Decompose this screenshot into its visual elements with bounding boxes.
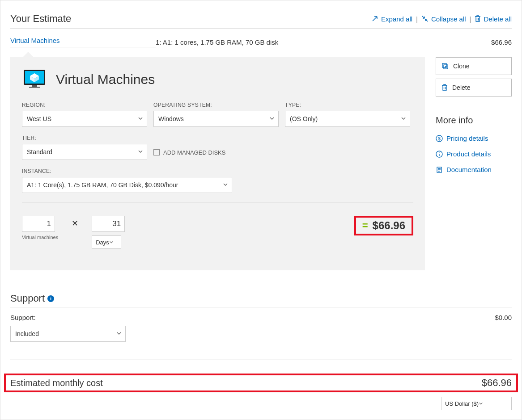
estimate-summary-row: Virtual Machines 1: A1: 1 cores, 1.75 GB…	[10, 29, 512, 52]
svg-rect-2	[32, 85, 37, 87]
type-label: TYPE:	[285, 102, 410, 108]
chevron-down-icon	[109, 239, 114, 246]
divider	[10, 360, 512, 360]
svg-text:$: $	[438, 136, 441, 141]
separator: |	[416, 15, 418, 23]
chevron-down-icon	[138, 148, 143, 155]
estimated-cost-row: Estimated monthly cost $66.96	[4, 374, 518, 392]
more-info-title: More info	[436, 115, 512, 126]
summary-price: $66.96	[491, 38, 512, 46]
dollar-icon: $	[436, 135, 443, 142]
clone-button[interactable]: Clone	[436, 57, 512, 75]
region-select[interactable]: West US	[22, 111, 147, 127]
expand-icon	[371, 15, 378, 22]
os-select[interactable]: Windows	[153, 111, 279, 127]
summary-description: 1: A1: 1 cores, 1.75 GB RAM, 70 GB disk	[156, 38, 491, 46]
card-title: Virtual Machines	[56, 72, 155, 87]
tier-select[interactable]: Standard	[22, 144, 147, 160]
support-price: $0.00	[495, 314, 512, 321]
document-icon	[436, 166, 443, 173]
collapse-all-link[interactable]: Collapse all	[421, 15, 466, 23]
type-select[interactable]: (OS Only)	[285, 111, 410, 127]
chevron-down-icon	[116, 330, 122, 337]
checkbox-icon	[153, 149, 160, 155]
header-actions: Expand all | Collapse all | Delete all	[371, 15, 512, 23]
estimated-cost-price: $66.96	[482, 377, 512, 389]
clone-icon	[441, 63, 449, 70]
vm-count-label: Virtual machines	[22, 235, 58, 240]
info-icon	[436, 151, 443, 158]
support-section-title: Support i	[10, 293, 512, 307]
instance-label: INSTANCE:	[22, 168, 232, 174]
chevron-down-icon	[223, 181, 228, 189]
currency-select[interactable]: US Dollar ($)	[441, 397, 512, 410]
summary-service-link[interactable]: Virtual Machines	[10, 37, 156, 47]
tier-label: TIER:	[22, 135, 147, 141]
product-details-link[interactable]: Product details	[436, 150, 512, 158]
separator: |	[470, 15, 471, 23]
result-box: = $66.96	[354, 216, 413, 235]
delete-button[interactable]: Delete	[436, 79, 512, 97]
vm-count-input[interactable]: 1	[22, 216, 55, 232]
chevron-down-icon	[401, 115, 406, 122]
os-label: OPERATING SYSTEM:	[153, 102, 279, 108]
instance-select[interactable]: A1: 1 Core(s), 1.75 GB RAM, 70 GB Disk, …	[22, 177, 232, 193]
support-label: Support:	[10, 314, 36, 321]
chevron-down-icon	[138, 115, 143, 122]
days-unit-select[interactable]: Days	[92, 235, 121, 249]
svg-point-9	[439, 152, 440, 153]
multiply-icon: ✕	[72, 218, 78, 228]
days-group: 31 Days	[92, 216, 125, 249]
result-price: $66.96	[373, 219, 405, 232]
region-label: REGION:	[22, 102, 147, 108]
trash-icon	[441, 84, 448, 91]
card-pointer	[23, 52, 34, 57]
collapse-icon	[421, 15, 429, 22]
vm-config-card: Virtual Machines REGION: West US OPERATI…	[10, 57, 425, 270]
estimated-cost-label: Estimated monthly cost	[10, 378, 103, 388]
vm-icon	[22, 69, 47, 90]
info-icon[interactable]: i	[47, 295, 54, 302]
managed-disks-checkbox[interactable]: ADD MANAGED DISKS	[153, 145, 225, 160]
delete-all-link[interactable]: Delete all	[475, 15, 512, 23]
documentation-link[interactable]: Documentation	[436, 166, 512, 173]
pricing-details-link[interactable]: $ Pricing details	[436, 134, 512, 142]
support-select[interactable]: Included	[10, 326, 126, 342]
expand-all-link[interactable]: Expand all	[371, 15, 412, 23]
days-input[interactable]: 31	[92, 216, 125, 232]
svg-rect-3	[29, 87, 40, 88]
chevron-down-icon	[479, 400, 483, 407]
vm-count-group: 1 Virtual machines	[22, 216, 58, 240]
page-title: Your Estimate	[10, 13, 71, 25]
trash-icon	[475, 15, 481, 22]
equals-icon: =	[362, 220, 368, 231]
chevron-down-icon	[269, 115, 275, 122]
